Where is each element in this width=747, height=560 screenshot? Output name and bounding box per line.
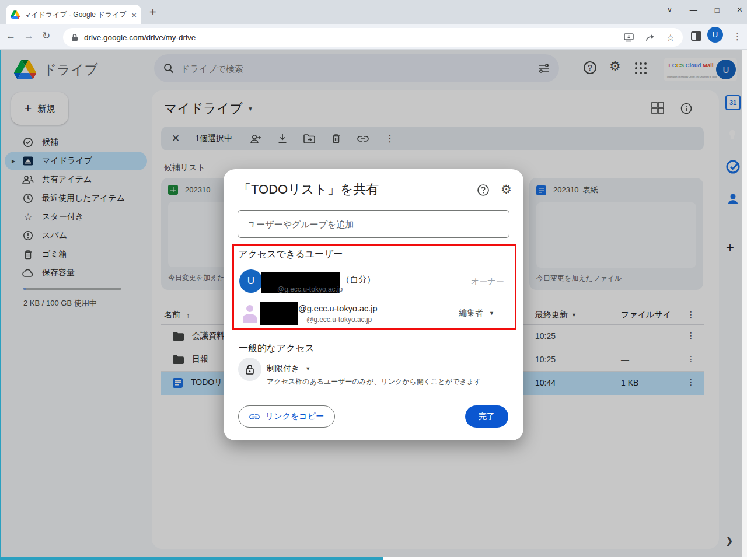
share-icon[interactable]: [645, 33, 655, 42]
add-people-input[interactable]: [238, 210, 509, 238]
browser-window: マイドライブ - Google ドライブ × + ∨ — □ × ← → ↻ d…: [0, 0, 747, 560]
tab-title: マイドライブ - Google ドライブ: [24, 10, 127, 20]
dialog-settings-gear-icon[interactable]: ⚙: [501, 183, 512, 196]
browser-toolbar: ← → ↻ drive.google.com/drive/my-drive ☆ …: [0, 24, 747, 50]
chevron-down-icon: ▼: [305, 366, 310, 372]
side-panel-icon[interactable]: [691, 32, 701, 41]
general-access-value: 制限付き: [267, 363, 299, 374]
copy-link-label: リンクをコピー: [266, 411, 324, 422]
new-tab-button[interactable]: +: [149, 6, 156, 19]
window-close-icon[interactable]: ×: [737, 5, 742, 15]
annotation-highlight-box: [232, 244, 516, 330]
page-scrollbar[interactable]: [742, 50, 747, 556]
browser-menu-icon[interactable]: ⋮: [733, 32, 742, 42]
window-edge-accent: [383, 556, 747, 560]
address-bar[interactable]: drive.google.com/drive/my-drive ☆: [63, 28, 683, 47]
tab-close-icon[interactable]: ×: [131, 10, 137, 20]
copy-link-button[interactable]: リンクをコピー: [238, 405, 335, 428]
install-icon[interactable]: [624, 33, 634, 42]
dialog-title: 「TODOリスト」を共有: [238, 181, 379, 198]
done-button[interactable]: 完了: [465, 405, 508, 428]
reload-icon[interactable]: ↻: [42, 30, 50, 42]
window-edge-accent: [0, 50, 1, 560]
general-access-selector[interactable]: 制限付き ▼: [267, 363, 310, 374]
back-icon[interactable]: ←: [6, 30, 16, 42]
browser-tab[interactable]: マイドライブ - Google ドライブ ×: [6, 5, 141, 24]
forward-icon[interactable]: →: [24, 30, 34, 42]
window-chevron-icon[interactable]: ∨: [667, 6, 672, 14]
drive-favicon-icon: [11, 10, 20, 19]
window-minimize-icon[interactable]: —: [690, 6, 697, 15]
lock-icon: [71, 33, 78, 41]
tab-strip: マイドライブ - Google ドライブ × + ∨ — □ ×: [0, 0, 747, 24]
general-access-title: 一般的なアクセス: [239, 342, 315, 355]
restricted-lock-icon: [238, 358, 261, 381]
url-text: drive.google.com/drive/my-drive: [84, 33, 624, 42]
browser-profile-avatar[interactable]: U: [707, 27, 723, 43]
dialog-help-icon[interactable]: [477, 184, 490, 197]
window-maximize-icon[interactable]: □: [715, 6, 720, 15]
bookmark-star-icon[interactable]: ☆: [666, 32, 675, 43]
window-edge-accent: [0, 556, 383, 560]
general-access-description: アクセス権のあるユーザーのみが、リンクから開くことができます: [267, 377, 481, 387]
